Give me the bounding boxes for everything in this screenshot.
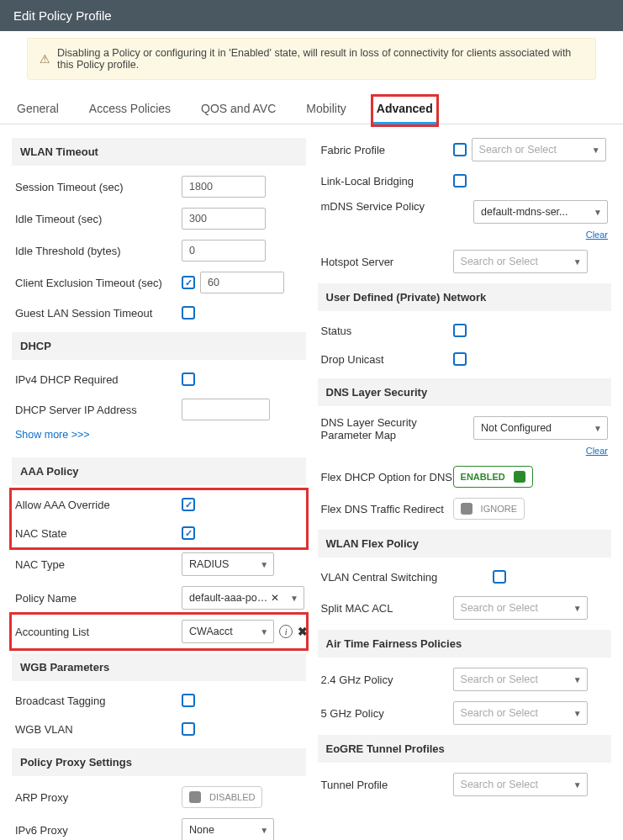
tab-mobility[interactable]: Mobility — [303, 97, 349, 124]
chevron-down-icon: ▼ — [573, 675, 582, 684]
mdns-service-policy-label: mDNS Service Policy — [321, 200, 453, 213]
fabric-profile-placeholder: Search or Select — [479, 144, 557, 156]
section-wgb-parameters: WGB Parameters — [12, 653, 306, 681]
24ghz-policy-placeholder: Search or Select — [461, 674, 538, 685]
flex-dns-redirect-label: Flex DNS Traffic Redirect — [321, 503, 453, 515]
5ghz-policy-placeholder: Search or Select — [461, 707, 538, 719]
warning-text: Disabling a Policy or configuring it in … — [57, 47, 583, 71]
flex-dhcp-option-label: Flex DHCP Option for DNS — [321, 471, 453, 483]
nac-type-label: NAC Type — [15, 558, 182, 571]
row-wgb-vlan: WGB VLAN — [12, 715, 306, 743]
mdns-service-policy-value: default-mdns-ser... — [481, 206, 568, 218]
chevron-down-icon: ▼ — [260, 826, 268, 835]
tabs: General Access Policies QOS and AVC Mobi… — [0, 88, 623, 124]
section-wlan-flex-policy: WLAN Flex Policy — [318, 530, 612, 557]
accounting-list-select[interactable]: CWAacct ▼ — [182, 620, 274, 643]
dhcp-server-ip-label: DHCP Server IP Address — [15, 404, 182, 416]
chevron-down-icon: ▼ — [573, 780, 582, 790]
row-session-timeout: Session Timeout (sec) — [12, 171, 306, 203]
ipv6-proxy-select[interactable]: None ▼ — [182, 818, 274, 840]
guest-lan-session-timeout-checkbox[interactable] — [182, 306, 195, 320]
ipv6-proxy-label: IPv6 Proxy — [15, 824, 182, 837]
row-mdns-service-policy: mDNS Service Policy default-mdns-ser... … — [318, 195, 612, 245]
section-air-time-fairness: Air Time Fairness Policies — [318, 630, 612, 658]
tunnel-profile-select[interactable]: Search or Select ▼ — [453, 773, 588, 796]
left-column: WLAN Timeout Session Timeout (sec) Idle … — [12, 133, 306, 840]
section-aaa-policy: AAA Policy — [12, 457, 306, 485]
link-local-bridging-label: Link-Local Bridging — [321, 175, 453, 188]
row-broadcast-tagging: Broadcast Tagging — [12, 686, 306, 715]
flex-dns-redirect-toggle[interactable]: IGNORE — [453, 498, 525, 520]
row-arp-proxy: ARP Proxy DISABLED — [12, 781, 306, 813]
idle-threshold-input[interactable] — [182, 240, 266, 262]
policy-name-clear-icon[interactable]: ✕ — [271, 592, 279, 604]
accounting-list-label: Accounting List — [15, 626, 182, 638]
wgb-vlan-checkbox[interactable] — [182, 722, 195, 736]
policy-name-select[interactable]: default-aaa-policy ✕ ▼ — [182, 586, 304, 610]
client-exclusion-timeout-checkbox[interactable] — [182, 276, 195, 289]
hotspot-server-placeholder: Search or Select — [461, 256, 538, 267]
row-nac-type: NAC Type RADIUS ▼ — [12, 547, 306, 581]
udpn-status-checkbox[interactable] — [453, 324, 467, 337]
row-idle-threshold: Idle Threshold (bytes) — [12, 235, 306, 267]
row-hotspot-server: Hotspot Server Search or Select ▼ — [318, 245, 612, 278]
idle-timeout-input[interactable] — [182, 208, 266, 230]
mdns-service-policy-select[interactable]: default-mdns-ser... ▼ — [473, 200, 608, 224]
allow-aaa-override-checkbox[interactable] — [182, 498, 195, 511]
show-more-link[interactable]: Show more >>> — [12, 425, 93, 446]
tab-advanced[interactable]: Advanced — [373, 97, 436, 124]
dns-param-map-value: Not Configured — [481, 422, 552, 434]
session-timeout-input[interactable] — [182, 176, 266, 198]
split-mac-acl-select[interactable]: Search or Select ▼ — [453, 596, 588, 620]
chevron-down-icon: ▼ — [260, 627, 268, 637]
row-policy-name: Policy Name default-aaa-policy ✕ ▼ — [12, 581, 306, 615]
row-dns-param-map: DNS Layer Security Parameter Map Not Con… — [318, 411, 612, 461]
accounting-list-remove-icon[interactable]: ✖ — [298, 625, 308, 638]
section-dns-layer-security: DNS Layer Security — [318, 378, 612, 406]
nac-state-checkbox[interactable] — [182, 526, 195, 540]
dns-param-clear-link[interactable]: Clear — [586, 446, 608, 456]
broadcast-tagging-checkbox[interactable] — [182, 694, 195, 707]
section-wlan-timeout: WLAN Timeout — [12, 138, 306, 166]
chevron-down-icon: ▼ — [260, 560, 268, 569]
ipv6-proxy-value: None — [189, 824, 214, 836]
split-mac-acl-placeholder: Search or Select — [461, 602, 538, 614]
wgb-vlan-label: WGB VLAN — [15, 723, 182, 736]
section-dhcp: DHCP — [12, 332, 306, 360]
row-flex-dhcp-option: Flex DHCP Option for DNS ENABLED — [318, 461, 612, 493]
nac-state-label: NAC State — [15, 527, 182, 540]
24ghz-policy-label: 2.4 GHz Policy — [321, 674, 453, 686]
dns-param-map-select[interactable]: Not Configured ▼ — [473, 416, 608, 440]
nac-type-select[interactable]: RADIUS ▼ — [182, 552, 274, 576]
row-nac-state: NAC State — [12, 519, 306, 547]
row-vlan-central-switching: VLAN Central Switching — [318, 563, 612, 591]
flex-dhcp-option-toggle[interactable]: ENABLED — [453, 466, 533, 488]
tab-access-policies[interactable]: Access Policies — [86, 97, 174, 124]
info-icon[interactable]: i — [279, 625, 293, 638]
warning-icon: ⚠ — [40, 52, 50, 66]
vlan-central-switching-checkbox[interactable] — [493, 570, 506, 584]
dns-param-map-label: DNS Layer Security Parameter Map — [321, 416, 453, 441]
row-ipv6-proxy: IPv6 Proxy None ▼ — [12, 813, 306, 840]
arp-proxy-toggle[interactable]: DISABLED — [182, 786, 262, 808]
link-local-bridging-checkbox[interactable] — [453, 174, 467, 188]
row-link-local-bridging: Link-Local Bridging — [318, 166, 612, 195]
hotspot-server-select[interactable]: Search or Select ▼ — [453, 250, 588, 273]
highlight-aaa-override-nac: Allow AAA Override NAC State — [12, 490, 306, 547]
allow-aaa-override-label: Allow AAA Override — [15, 499, 182, 511]
dhcp-server-ip-input[interactable] — [182, 399, 270, 420]
client-exclusion-timeout-input[interactable] — [200, 272, 284, 293]
fabric-profile-select[interactable]: Search or Select ▼ — [472, 138, 606, 161]
mdns-clear-link[interactable]: Clear — [586, 230, 608, 240]
5ghz-policy-select[interactable]: Search or Select ▼ — [453, 701, 588, 725]
tunnel-profile-label: Tunnel Profile — [321, 779, 453, 791]
arp-proxy-label: ARP Proxy — [15, 791, 182, 804]
tab-general[interactable]: General — [13, 97, 62, 124]
udpn-drop-unicast-checkbox[interactable] — [453, 352, 467, 366]
24ghz-policy-select[interactable]: Search or Select ▼ — [453, 668, 588, 691]
row-idle-timeout: Idle Timeout (sec) — [12, 203, 306, 235]
tab-qos-avc[interactable]: QOS and AVC — [198, 97, 279, 124]
ipv4-dhcp-required-checkbox[interactable] — [182, 372, 195, 386]
ipv4-dhcp-required-label: IPv4 DHCP Required — [15, 373, 182, 386]
fabric-profile-checkbox[interactable] — [453, 143, 467, 156]
